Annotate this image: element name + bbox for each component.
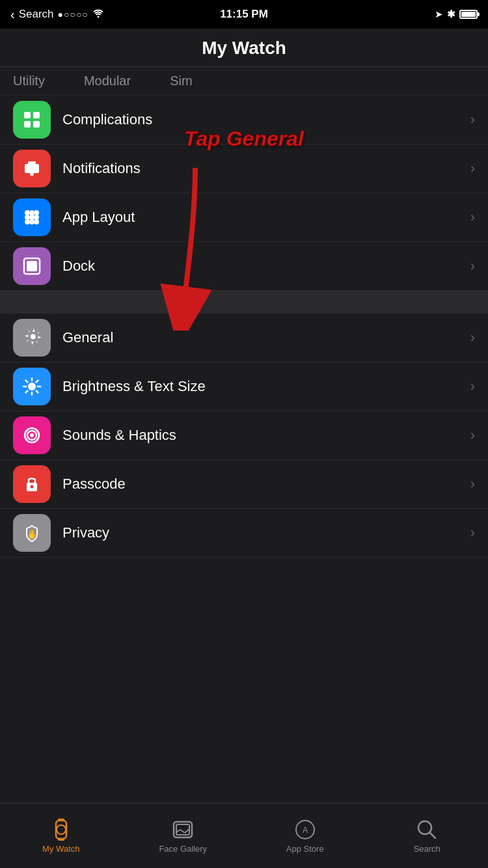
tab-bar: My Watch Face Gallery A App Store Search (0, 803, 488, 868)
tab-face-gallery[interactable]: Face Gallery (122, 804, 245, 868)
back-chevron-icon[interactable]: ‹ (10, 7, 15, 22)
app-layout-label: App Layout (62, 209, 470, 226)
brightness-label: Brightness & Text Size (62, 378, 470, 395)
svg-point-20 (31, 333, 36, 339)
brightness-chevron: › (470, 378, 475, 395)
menu-item-complications[interactable]: Complications › (0, 96, 488, 144)
svg-text:✋: ✋ (27, 529, 38, 540)
svg-point-9 (25, 210, 30, 215)
page-title: My Watch (0, 38, 488, 59)
svg-rect-4 (24, 121, 31, 128)
svg-point-12 (25, 215, 30, 220)
complications-icon (13, 101, 51, 139)
complications-chevron: › (470, 111, 475, 128)
menu-item-sounds[interactable]: Sounds & Haptics › (0, 411, 488, 460)
privacy-chevron: › (470, 524, 475, 541)
menu-item-passcode[interactable]: Passcode › (0, 460, 488, 509)
back-label[interactable]: Search (19, 8, 54, 21)
svg-rect-3 (33, 112, 40, 118)
menu-item-privacy[interactable]: ✋ Privacy › (0, 509, 488, 558)
sounds-label: Sounds & Haptics (62, 427, 470, 444)
tab-search[interactable]: Search (366, 804, 489, 868)
menu-item-dock[interactable]: Dock › (0, 242, 488, 291)
menu-item-app-layout[interactable]: App Layout › (0, 193, 488, 242)
menu-item-general[interactable]: General › (0, 314, 488, 362)
svg-line-44 (185, 829, 189, 833)
my-watch-tab-icon (50, 819, 72, 841)
svg-line-49 (430, 832, 436, 838)
menu-scroll-area: Complications › Notifications › (0, 96, 488, 791)
svg-point-37 (57, 825, 66, 834)
general-chevron: › (470, 329, 475, 346)
brightness-icon (13, 368, 51, 405)
bluetooth-icon: ✱ (447, 8, 455, 20)
search-tab-icon (416, 819, 438, 841)
notifications-label: Notifications (62, 160, 470, 177)
svg-rect-38 (58, 819, 64, 821)
svg-line-29 (36, 381, 38, 383)
svg-point-21 (28, 383, 36, 390)
svg-line-43 (180, 830, 185, 833)
svg-point-10 (29, 210, 34, 215)
general-icon (13, 319, 51, 357)
svg-rect-5 (33, 121, 40, 128)
face-gallery-tab-icon (172, 819, 194, 841)
search-tab-label: Search (414, 844, 441, 854)
svg-point-32 (30, 433, 34, 437)
menu-section-2: General › Brightness & Text Size › (0, 314, 488, 558)
svg-line-26 (26, 381, 28, 383)
status-bar-right: ➤ ✱ (435, 8, 478, 20)
svg-rect-45 (178, 824, 181, 825)
passcode-icon (13, 465, 51, 503)
svg-line-28 (26, 391, 28, 393)
tab-simple[interactable]: Sim (170, 74, 192, 88)
svg-rect-6 (25, 164, 39, 173)
tab-utility[interactable]: Utility (13, 74, 45, 88)
battery-icon (459, 10, 478, 19)
menu-item-brightness[interactable]: Brightness & Text Size › (0, 362, 488, 411)
dock-icon (13, 247, 51, 285)
nav-header: My Watch (0, 29, 488, 67)
app-layout-icon (13, 198, 51, 236)
svg-point-34 (31, 485, 34, 489)
svg-point-11 (34, 210, 39, 215)
watch-face-tabs: Utility Modular Sim (0, 67, 488, 96)
svg-text:A: A (302, 825, 308, 835)
sounds-chevron: › (470, 427, 475, 444)
battery-fill (461, 12, 476, 17)
menu-section-gap (0, 291, 488, 314)
general-label: General (62, 329, 470, 346)
menu-section-1: Complications › Notifications › (0, 96, 488, 291)
tab-app-store[interactable]: A App Store (244, 804, 366, 868)
svg-rect-19 (27, 261, 37, 271)
notifications-icon (13, 150, 51, 187)
location-icon: ➤ (435, 8, 443, 20)
svg-point-14 (34, 215, 39, 220)
svg-rect-2 (24, 112, 31, 118)
svg-point-0 (97, 16, 99, 18)
svg-rect-36 (56, 821, 66, 839)
tab-modular[interactable]: Modular (84, 74, 131, 88)
face-gallery-tab-label: Face Gallery (159, 844, 207, 854)
signal-icon: ●○○○○ (58, 9, 88, 20)
app-layout-chevron: › (470, 209, 475, 226)
passcode-label: Passcode (62, 476, 470, 493)
status-bar: ‹ Search ●○○○○ 11:15 PM ➤ ✱ (0, 0, 488, 29)
svg-line-27 (36, 391, 38, 393)
privacy-label: Privacy (62, 524, 470, 541)
notifications-chevron: › (470, 160, 475, 177)
svg-rect-8 (30, 173, 34, 176)
app-store-tab-icon: A (294, 819, 316, 841)
my-watch-tab-label: My Watch (42, 844, 79, 854)
svg-point-16 (29, 219, 34, 224)
dock-chevron: › (470, 258, 475, 275)
privacy-icon: ✋ (13, 514, 51, 552)
complications-label: Complications (62, 111, 470, 128)
sounds-icon (13, 416, 51, 454)
svg-rect-7 (28, 161, 36, 164)
svg-rect-41 (176, 824, 189, 835)
tab-my-watch[interactable]: My Watch (0, 804, 122, 868)
status-bar-left: ‹ Search ●○○○○ (10, 7, 104, 22)
passcode-chevron: › (470, 476, 475, 493)
menu-item-notifications[interactable]: Notifications › (0, 144, 488, 193)
